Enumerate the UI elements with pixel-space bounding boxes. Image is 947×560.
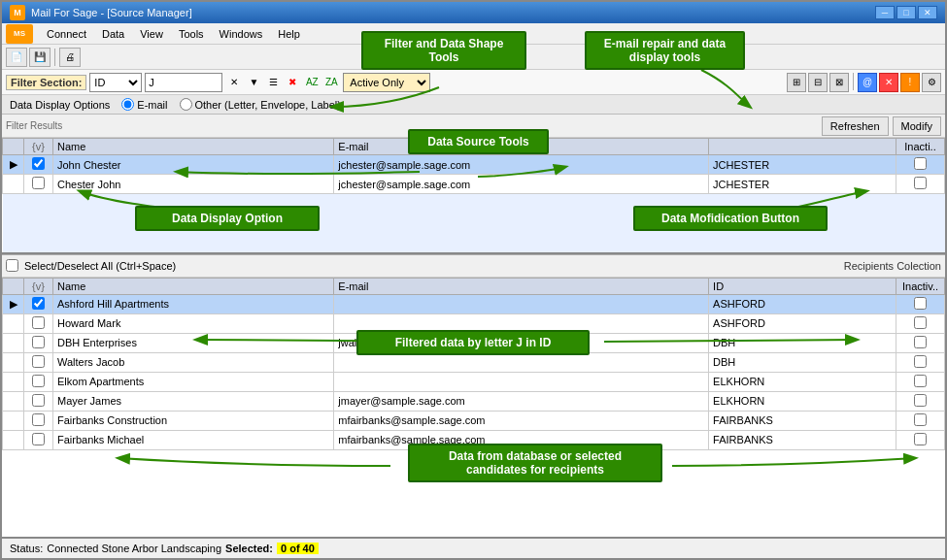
upper-filter-indicator: Filter Results — [6, 120, 62, 131]
select-all-checkbox[interactable] — [6, 259, 18, 272]
menu-view[interactable]: View — [132, 26, 171, 42]
new-button[interactable]: 📄 — [6, 48, 27, 67]
maximize-button[interactable]: □ — [896, 6, 916, 19]
upper-table: {v} Name E-mail Inacti.. ▶ John Chester … — [2, 138, 945, 252]
lower-table-row[interactable]: Walters Jacob DBH — [3, 352, 945, 372]
lower-row-inactive-1 — [896, 294, 945, 313]
display-icon-2[interactable]: ⊟ — [808, 73, 828, 92]
menu-connect[interactable]: Connect — [39, 26, 94, 42]
lower-table: {v} Name E-mail ID Inactiv.. ▶ Ashford H… — [2, 278, 945, 450]
menu-windows[interactable]: Windows — [212, 26, 271, 42]
right-sep — [853, 73, 854, 90]
filter-clear-icon[interactable]: ✕ — [225, 74, 243, 91]
row-inactive-2 — [896, 175, 945, 194]
upper-table-row[interactable]: Chester John jchester@sample.sage.com JC… — [3, 175, 945, 194]
toolbar-sep-1 — [54, 49, 55, 66]
filter-bar: Filter Section: ID Name E-mail ✕ ▼ ☰ ✖ A… — [2, 70, 945, 95]
warning-icon[interactable]: ! — [900, 73, 920, 92]
status-connected: Connected Stone Arbor Landscaping — [47, 543, 221, 554]
refresh-button[interactable]: Refreshen — [822, 116, 889, 136]
row-name-1: John Chester — [53, 155, 334, 175]
status-bar: Status: Connected Stone Arbor Landscapin… — [2, 537, 945, 558]
row-email-1: jchester@sample.sage.com — [334, 155, 709, 175]
recipients-label: Recipients Colection — [844, 260, 941, 272]
minimize-button[interactable]: ─ — [875, 6, 895, 19]
row-arrow-1: ▶ — [3, 155, 24, 175]
row-checkbox-2[interactable] — [24, 175, 53, 194]
print-button[interactable]: 🖨 — [59, 48, 81, 67]
email-repair-annotation: E-mail repair and data display tools — [585, 31, 745, 70]
app-logo: MS — [6, 24, 33, 44]
menu-tools[interactable]: Tools — [171, 26, 212, 42]
lower-row-arrow-1: ▶ — [3, 294, 24, 313]
lower-col-email: E-mail — [334, 278, 709, 294]
title-bar: M Mail For Sage - [Source Manager] ─ □ ✕ — [2, 2, 945, 23]
filter-za-icon[interactable]: ZA — [322, 74, 340, 91]
save-button[interactable]: 💾 — [29, 48, 51, 67]
lower-row-name-1: Ashford Hill Apartments — [53, 294, 334, 313]
lower-table-row[interactable]: Fairbanks Construction mfairbanks@sample… — [3, 411, 945, 430]
lower-col-vbracket: {v} — [24, 278, 53, 294]
status-selected-value: 0 of 40 — [277, 543, 319, 554]
other-radio-label[interactable]: Other (Letter, Envelope, Label) — [180, 98, 341, 111]
upper-col-id — [709, 139, 896, 155]
filter-delete-icon[interactable]: ✖ — [284, 74, 301, 91]
active-only-select[interactable]: Active Only All Inactive Only — [343, 73, 430, 92]
filter-tools: ✕ ▼ ☰ ✖ AZ ZA — [225, 74, 340, 91]
select-all-label: Select/Deselect All (Ctrl+Space) — [24, 260, 176, 272]
upper-col-name: Name — [53, 139, 334, 155]
filter-field-select[interactable]: ID Name E-mail — [89, 73, 142, 92]
data-display-options: Data Display Options E-mail Other (Lette… — [2, 95, 945, 115]
data-modification-annotation: Data Mofidication Button — [633, 206, 828, 231]
filter-az-icon[interactable]: AZ — [303, 74, 321, 91]
lower-row-id-1: ASHFORD — [709, 294, 896, 313]
upper-table-row[interactable]: ▶ John Chester jchester@sample.sage.com … — [3, 155, 945, 175]
lower-table-row[interactable]: Elkom Apartments ELKHORN — [3, 372, 945, 391]
upper-col-check — [3, 139, 24, 155]
display-icon-1[interactable]: ⊞ — [787, 73, 806, 92]
app-icon: M — [10, 5, 25, 20]
filter-options-icon[interactable]: ☰ — [264, 74, 282, 91]
filter-section-label: Filter Section: — [6, 75, 86, 90]
lower-table-row[interactable]: ▶ Ashford Hill Apartments ASHFORD — [3, 294, 945, 313]
close-button[interactable]: ✕ — [918, 6, 937, 19]
lower-col-id: ID — [709, 278, 896, 294]
data-from-db-annotation: Data from database or selected candidate… — [408, 444, 662, 482]
row-checkbox-1[interactable] — [24, 155, 53, 175]
filter-apply-icon[interactable]: ▼ — [245, 74, 262, 91]
row-arrow-2 — [3, 175, 24, 194]
email-radio[interactable] — [121, 98, 134, 111]
filter-shape-tools-annotation: Filter and Data Shape Tools — [361, 31, 526, 70]
menu-help[interactable]: Help — [270, 26, 308, 42]
data-display-option-annotation: Data Display Option — [135, 206, 320, 231]
row-id-2: JCHESTER — [709, 175, 896, 194]
right-toolbar-icons: ⊞ ⊟ ⊠ @ ✕ ! ⚙ — [787, 73, 941, 92]
modify-button[interactable]: Modify — [893, 116, 941, 136]
menu-data[interactable]: Data — [94, 26, 132, 42]
display-icon-3[interactable]: ⊠ — [829, 73, 849, 92]
email-icon[interactable]: @ — [858, 73, 877, 92]
upper-col-inactive: Inacti.. — [896, 139, 945, 155]
tools-icon[interactable]: ⚙ — [922, 73, 941, 92]
filtered-data-annotation: Filtered data by letter J in ID — [356, 330, 590, 355]
lower-col-name: Name — [53, 278, 334, 294]
title-controls: ─ □ ✕ — [875, 6, 937, 19]
lower-col-inactive: Inactiv.. — [896, 278, 945, 294]
lower-table-row[interactable]: Mayer James jmayer@sample.sage.com ELKHO… — [3, 391, 945, 411]
email-radio-label[interactable]: E-mail — [121, 98, 167, 111]
status-selected-label: Selected: — [225, 543, 273, 554]
row-inactive-1 — [896, 155, 945, 175]
row-id-1: JCHESTER — [709, 155, 896, 175]
other-radio[interactable] — [180, 98, 192, 111]
data-source-tools-annotation: Data Source Tools — [408, 129, 549, 154]
row-name-2: Chester John — [53, 175, 334, 194]
main-window: M Mail For Sage - [Source Manager] ─ □ ✕… — [0, 0, 947, 560]
upper-table-container: {v} Name E-mail Inacti.. ▶ John Chester … — [2, 138, 945, 252]
lower-row-email-1 — [334, 294, 709, 313]
delete-icon[interactable]: ✕ — [879, 73, 898, 92]
upper-col-vbracket: {v} — [24, 139, 53, 155]
lower-row-cb-1[interactable] — [24, 294, 53, 313]
filter-value-input[interactable] — [145, 73, 222, 92]
status-prefix: Status: — [10, 543, 43, 554]
upper-toolbar-right: Refreshen Modify — [822, 116, 941, 136]
